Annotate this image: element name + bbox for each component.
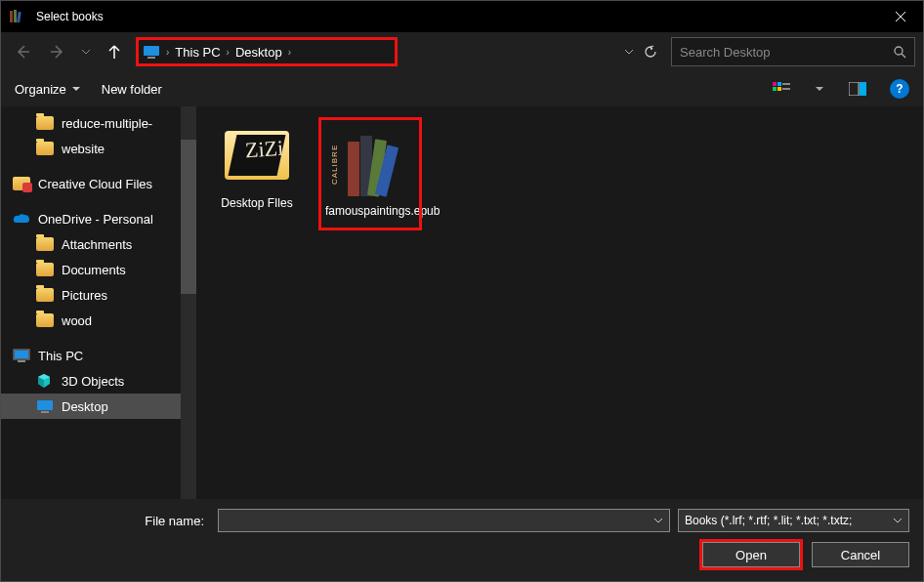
chevron-icon: ›: [288, 47, 291, 58]
organize-menu[interactable]: Organize: [15, 82, 80, 97]
breadcrumb-root[interactable]: This PC: [175, 45, 220, 60]
svg-rect-10: [782, 83, 790, 85]
search-input[interactable]: Search Desktop: [671, 37, 915, 66]
folder-icon: [36, 116, 54, 130]
navbar: › This PC › Desktop › Search Desktop: [1, 32, 923, 71]
file-label: Desktop FIles: [208, 196, 306, 210]
creative-cloud-icon: [13, 177, 30, 190]
svg-rect-6: [773, 82, 777, 86]
svg-point-5: [895, 47, 903, 55]
svg-rect-15: [15, 351, 28, 358]
tree-item[interactable]: wood: [1, 308, 196, 333]
recent-dropdown[interactable]: [79, 38, 93, 65]
refresh-button[interactable]: [644, 45, 657, 59]
toolbar: Organize New folder ?: [1, 71, 923, 106]
file-type-filter[interactable]: Books (*.lrf; *.rtf; *.lit; *.txt; *.txt…: [678, 509, 909, 532]
open-button[interactable]: Open: [702, 542, 800, 567]
nav-tree[interactable]: reduce-multiple-websiteCreative Cloud Fi…: [1, 106, 196, 499]
tree-item-label: wood: [62, 313, 92, 328]
tree-item[interactable]: 3D Objects: [1, 368, 196, 394]
folder-icon: [36, 263, 54, 276]
svg-rect-3: [144, 46, 159, 56]
window-title: Select books: [32, 10, 878, 23]
help-button[interactable]: ?: [890, 79, 909, 99]
svg-rect-17: [37, 400, 53, 410]
file-item[interactable]: ZiZiDesktop FIles: [208, 120, 306, 210]
file-dialog: Select books › This PC › Desktop ›: [0, 0, 924, 582]
tree-item[interactable]: website: [1, 136, 196, 161]
folder-icon: [36, 237, 54, 251]
tree-item[interactable]: reduce-multiple-: [1, 110, 196, 136]
cancel-button[interactable]: Cancel: [812, 542, 909, 567]
tree-item[interactable]: Desktop: [1, 394, 196, 419]
onedrive-icon: [13, 213, 30, 225]
back-button[interactable]: [9, 38, 36, 65]
svg-rect-1: [14, 10, 17, 22]
tree-item-label: Creative Cloud Files: [38, 177, 152, 191]
view-dropdown[interactable]: [814, 78, 825, 100]
new-folder-button[interactable]: New folder: [102, 82, 162, 97]
tree-item-label: 3D Objects: [62, 374, 124, 389]
svg-rect-4: [147, 57, 155, 59]
chevron-icon: ›: [166, 47, 169, 58]
tree-item-label: OneDrive - Personal: [38, 212, 153, 227]
folder-icon: [36, 288, 54, 302]
body: reduce-multiple-websiteCreative Cloud Fi…: [1, 106, 923, 499]
breadcrumb-current[interactable]: Desktop: [235, 45, 282, 60]
tree-item-label: This PC: [38, 349, 83, 363]
forward-button[interactable]: [44, 38, 71, 65]
view-icons-button[interactable]: [771, 78, 792, 100]
folder-icon: [36, 142, 54, 155]
tree-item-label: Documents: [62, 263, 126, 277]
address-tail: [405, 37, 663, 66]
svg-rect-7: [777, 82, 781, 86]
chevron-down-icon: [893, 518, 903, 523]
svg-rect-16: [18, 360, 25, 362]
folder-icon: ZiZi: [225, 131, 289, 180]
svg-rect-9: [777, 87, 781, 91]
app-icon: [1, 9, 32, 24]
file-name-label: File name:: [15, 514, 210, 528]
file-item[interactable]: CALIBREfamouspaintings.epub: [321, 120, 419, 228]
3d-objects-icon: [36, 374, 54, 388]
svg-rect-18: [41, 411, 49, 413]
pc-icon: [143, 45, 160, 59]
desktop-icon: [36, 399, 54, 413]
close-button[interactable]: [878, 1, 923, 32]
titlebar: Select books: [1, 1, 923, 32]
search-icon: [893, 45, 906, 59]
up-button[interactable]: [101, 38, 128, 65]
svg-rect-12: [849, 82, 859, 96]
footer: File name: Books (*.lrf; *.rtf; *.lit; *…: [1, 499, 923, 581]
chevron-down-icon[interactable]: [653, 518, 663, 523]
tree-item-label: reduce-multiple-: [62, 116, 152, 131]
tree-scroll-thumb[interactable]: [181, 140, 196, 294]
svg-rect-2: [17, 12, 21, 22]
tree-item[interactable]: This PC: [1, 343, 196, 368]
tree-item-label: Attachments: [62, 237, 132, 252]
folder-icon: [36, 313, 54, 327]
tree-item[interactable]: OneDrive - Personal: [1, 206, 196, 231]
file-list[interactable]: ZiZiDesktop FIlesCALIBREfamouspaintings.…: [196, 106, 923, 499]
svg-rect-8: [773, 87, 777, 91]
tree-item[interactable]: Documents: [1, 257, 196, 282]
tree-item[interactable]: Attachments: [1, 231, 196, 257]
address-bar[interactable]: › This PC › Desktop ›: [136, 37, 398, 66]
tree-item-label: Pictures: [62, 288, 107, 303]
chevron-icon: ›: [227, 47, 230, 58]
calibre-book-icon: CALIBRE: [337, 130, 403, 196]
tree-item-label: Desktop: [62, 399, 108, 414]
file-label: famouspaintings.epub: [325, 204, 415, 218]
preview-pane-button[interactable]: [847, 78, 868, 100]
pc-icon: [13, 349, 30, 362]
tree-item[interactable]: Creative Cloud Files: [1, 171, 196, 196]
svg-rect-11: [782, 88, 790, 90]
tree-item-label: website: [62, 142, 105, 156]
svg-rect-0: [10, 11, 13, 22]
file-name-input[interactable]: [218, 509, 670, 532]
svg-rect-13: [860, 82, 866, 96]
address-dropdown[interactable]: [624, 49, 634, 55]
tree-item[interactable]: Pictures: [1, 282, 196, 308]
search-placeholder: Search Desktop: [680, 45, 771, 60]
